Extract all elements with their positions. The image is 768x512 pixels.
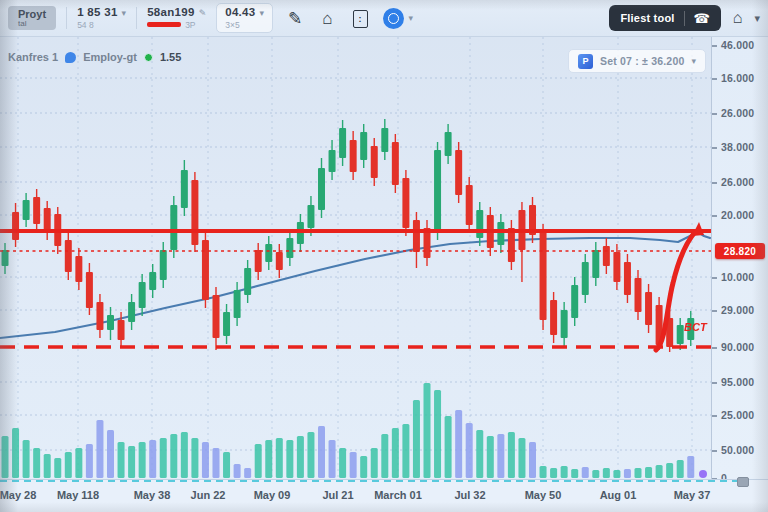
price-axis-label: 16.000 — [721, 72, 754, 84]
candle — [213, 295, 220, 338]
volume-bar — [529, 442, 536, 478]
volume-bar — [339, 448, 346, 478]
volume-bar — [86, 444, 93, 478]
volume-bar — [613, 470, 620, 478]
interval-selector[interactable]: 04.43 ▾ 3×5 — [216, 3, 273, 33]
symbol-subtitle: tal — [18, 20, 46, 28]
candle — [255, 250, 262, 272]
candle — [339, 128, 346, 158]
timeframe-selector[interactable]: 1 85 31 ▾ 54 8 — [77, 6, 126, 30]
price-axis-tick — [712, 78, 717, 80]
candle — [139, 282, 146, 308]
candle — [286, 238, 293, 258]
time-axis[interactable]: May 28May 118May 38Jun 22May 09Jul 21Mar… — [0, 479, 768, 512]
volume-bar — [392, 428, 399, 478]
app-badge-icon: P — [578, 54, 593, 69]
chevron-down-icon[interactable]: ▾ — [754, 12, 760, 25]
volume-bar — [202, 442, 209, 478]
trading-app: BCT 46.00016.00026.00038.00026.00020.000… — [0, 0, 768, 512]
time-axis-label: May 38 — [134, 489, 171, 501]
range-selector[interactable]: 58an199 ✎ 3P — [147, 6, 206, 30]
volume-bar — [170, 434, 177, 478]
legend-study-name: Employ-gt — [83, 51, 137, 63]
draw-pencil-icon[interactable]: ✎ — [283, 10, 307, 27]
layout-panel-button[interactable]: : — [348, 8, 373, 29]
price-axis-tick — [712, 347, 717, 349]
candle — [33, 197, 40, 224]
legend-value: 1.55 — [160, 51, 181, 63]
phone-icon: ☎ — [694, 11, 710, 26]
time-axis-label: Jul 21 — [322, 489, 353, 501]
volume-bar — [360, 456, 367, 478]
price-axis-label: 25.000 — [721, 409, 754, 421]
candle — [613, 252, 620, 282]
time-axis-label: Aug 01 — [600, 489, 637, 501]
axis-handle[interactable] — [737, 477, 749, 487]
volume-bar — [65, 452, 72, 478]
volume-bar — [603, 468, 610, 478]
panel-icon: : — [353, 10, 368, 28]
price-axis-tick — [712, 215, 717, 217]
price-axis-tick — [712, 45, 717, 47]
volume-bar — [571, 469, 578, 478]
home-icon-right[interactable]: ⌂ — [733, 9, 743, 27]
time-axis-label: May 50 — [525, 489, 562, 501]
volume-bar — [265, 440, 272, 478]
candle — [360, 132, 367, 160]
volume-bar — [402, 424, 409, 478]
price-chart-canvas[interactable]: BCT — [0, 0, 768, 512]
alert-widget[interactable]: P Set 07 : ± 36.200 ▾ — [568, 49, 706, 73]
candle — [677, 325, 684, 344]
resistance-line — [0, 229, 712, 233]
volume-bar — [371, 448, 378, 478]
price-axis-tick — [712, 310, 717, 312]
volume-bar — [223, 452, 230, 478]
candle — [307, 205, 314, 228]
price-axis-label: 26.000 — [721, 107, 754, 119]
indicator-drop-icon — [65, 52, 76, 63]
candle — [603, 246, 610, 266]
progress-bar — [147, 22, 181, 27]
time-axis-label: Jul 32 — [454, 489, 485, 501]
publish-button[interactable]: Fliest tool ☎ — [609, 5, 720, 31]
candle — [170, 205, 177, 250]
alert-widget-label: Set 07 : ± 36.200 — [600, 55, 684, 67]
volume-bar — [624, 469, 631, 478]
volume-bar — [2, 436, 9, 478]
clock-icon — [388, 13, 399, 24]
candle — [508, 228, 515, 262]
price-axis-tick — [712, 277, 717, 279]
candle — [329, 150, 336, 172]
avatar — [383, 8, 404, 29]
status-dot — [144, 53, 153, 62]
candle — [160, 250, 167, 280]
chevron-down-icon: ▾ — [259, 8, 264, 19]
candle — [561, 310, 568, 338]
volume-bar — [592, 470, 599, 478]
home-icon[interactable]: ⌂ — [317, 10, 337, 27]
candle — [497, 222, 504, 245]
timeframe-subtitle: 54 8 — [77, 20, 126, 30]
publish-label: Fliest tool — [620, 12, 674, 24]
symbol-button[interactable]: Proyt tal — [8, 6, 56, 31]
candle — [181, 170, 188, 208]
volume-bar — [381, 434, 388, 478]
volume-bar — [107, 430, 114, 478]
volume-bar — [350, 452, 357, 478]
price-axis-label: 46.000 — [721, 39, 754, 51]
volume-bar — [149, 440, 156, 478]
button-divider — [684, 11, 685, 26]
chart-legend[interactable]: Kanfres 1 Employ-gt 1.55 — [8, 51, 181, 63]
price-axis[interactable]: 46.00016.00026.00038.00026.00020.00010.0… — [711, 37, 768, 480]
volume-bar — [286, 440, 293, 478]
volume-bar — [128, 446, 135, 478]
volume-bar — [466, 423, 473, 478]
volume-bar — [687, 456, 694, 478]
account-menu[interactable]: ▾ — [383, 8, 414, 29]
candle — [128, 302, 135, 322]
volume-bar — [540, 466, 547, 478]
volume-bar — [307, 432, 314, 478]
time-axis-label: May 118 — [57, 489, 99, 501]
candle — [582, 262, 589, 295]
price-axis-label: 50.000 — [721, 444, 754, 456]
